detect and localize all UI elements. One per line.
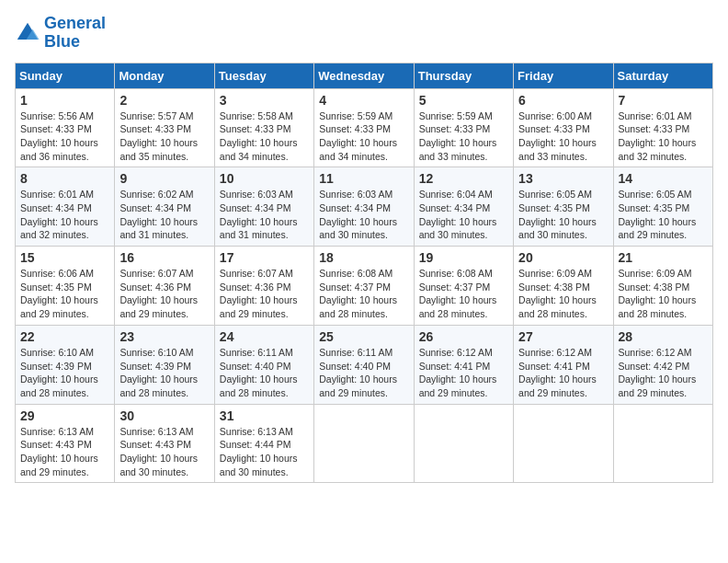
day-cell: 16 Sunrise: 6:07 AMSunset: 4:36 PMDaylig… xyxy=(115,247,214,326)
week-row-5: 29 Sunrise: 6:13 AMSunset: 4:43 PMDaylig… xyxy=(16,404,713,483)
day-info: Sunrise: 6:05 AMSunset: 4:35 PMDaylight:… xyxy=(518,188,608,242)
day-info: Sunrise: 6:11 AMSunset: 4:40 PMDaylight:… xyxy=(220,346,309,400)
day-number: 20 xyxy=(518,250,608,265)
day-cell: 26 Sunrise: 6:12 AMSunset: 4:41 PMDaylig… xyxy=(414,325,513,404)
day-cell: 5 Sunrise: 5:59 AMSunset: 4:33 PMDayligh… xyxy=(414,88,513,167)
day-info: Sunrise: 6:13 AMSunset: 4:44 PMDaylight:… xyxy=(220,425,309,479)
day-info: Sunrise: 6:12 AMSunset: 4:41 PMDaylight:… xyxy=(419,346,508,400)
day-number: 3 xyxy=(220,93,309,108)
day-number: 24 xyxy=(220,329,309,344)
day-number: 16 xyxy=(119,250,209,265)
day-info: Sunrise: 5:58 AMSunset: 4:33 PMDaylight:… xyxy=(220,109,309,164)
day-number: 11 xyxy=(319,171,408,186)
day-cell: 2 Sunrise: 5:57 AMSunset: 4:33 PMDayligh… xyxy=(115,88,214,167)
day-cell: 6 Sunrise: 6:00 AMSunset: 4:33 PMDayligh… xyxy=(514,88,613,167)
weekday-header-row: SundayMondayTuesdayWednesdayThursdayFrid… xyxy=(16,63,713,88)
weekday-tuesday: Tuesday xyxy=(214,63,313,88)
day-cell: 17 Sunrise: 6:07 AMSunset: 4:36 PMDaylig… xyxy=(214,247,313,326)
logo: General Blue xyxy=(15,15,106,52)
day-info: Sunrise: 6:00 AMSunset: 4:33 PMDaylight:… xyxy=(518,109,608,164)
day-number: 8 xyxy=(20,171,109,186)
day-number: 15 xyxy=(20,250,109,265)
day-number: 21 xyxy=(619,250,708,265)
day-number: 25 xyxy=(319,329,408,344)
day-cell: 18 Sunrise: 6:08 AMSunset: 4:37 PMDaylig… xyxy=(314,247,414,326)
week-row-4: 22 Sunrise: 6:10 AMSunset: 4:39 PMDaylig… xyxy=(16,325,713,404)
day-info: Sunrise: 6:10 AMSunset: 4:39 PMDaylight:… xyxy=(20,346,109,400)
day-info: Sunrise: 6:04 AMSunset: 4:34 PMDaylight:… xyxy=(419,188,508,242)
day-number: 22 xyxy=(20,329,109,344)
calendar-table: SundayMondayTuesdayWednesdayThursdayFrid… xyxy=(15,63,713,484)
day-info: Sunrise: 6:08 AMSunset: 4:37 PMDaylight:… xyxy=(319,267,408,321)
day-cell xyxy=(514,404,613,483)
day-cell xyxy=(613,404,712,483)
logo-text: General Blue xyxy=(44,15,106,52)
day-info: Sunrise: 6:11 AMSunset: 4:40 PMDaylight:… xyxy=(319,346,408,400)
day-cell xyxy=(314,404,414,483)
day-cell: 29 Sunrise: 6:13 AMSunset: 4:43 PMDaylig… xyxy=(16,404,115,483)
calendar-body: 1 Sunrise: 5:56 AMSunset: 4:33 PMDayligh… xyxy=(16,88,713,483)
page-header: General Blue xyxy=(15,15,713,52)
day-cell: 21 Sunrise: 6:09 AMSunset: 4:38 PMDaylig… xyxy=(613,247,712,326)
day-number: 14 xyxy=(619,171,708,186)
day-number: 17 xyxy=(220,250,309,265)
weekday-friday: Friday xyxy=(514,63,613,88)
day-cell: 27 Sunrise: 6:12 AMSunset: 4:41 PMDaylig… xyxy=(514,325,613,404)
day-cell: 8 Sunrise: 6:01 AMSunset: 4:34 PMDayligh… xyxy=(16,167,115,247)
day-cell: 1 Sunrise: 5:56 AMSunset: 4:33 PMDayligh… xyxy=(16,88,115,167)
day-number: 4 xyxy=(319,93,408,108)
day-info: Sunrise: 6:13 AMSunset: 4:43 PMDaylight:… xyxy=(20,425,109,479)
day-number: 6 xyxy=(518,93,608,108)
day-cell: 23 Sunrise: 6:10 AMSunset: 4:39 PMDaylig… xyxy=(115,325,214,404)
day-info: Sunrise: 6:03 AMSunset: 4:34 PMDaylight:… xyxy=(220,188,309,242)
day-info: Sunrise: 5:56 AMSunset: 4:33 PMDaylight:… xyxy=(20,109,109,164)
day-number: 13 xyxy=(518,171,608,186)
day-cell: 30 Sunrise: 6:13 AMSunset: 4:43 PMDaylig… xyxy=(115,404,214,483)
weekday-saturday: Saturday xyxy=(613,63,712,88)
weekday-sunday: Sunday xyxy=(16,63,115,88)
day-info: Sunrise: 6:01 AMSunset: 4:33 PMDaylight:… xyxy=(619,109,708,164)
day-info: Sunrise: 6:06 AMSunset: 4:35 PMDaylight:… xyxy=(20,267,109,321)
day-info: Sunrise: 6:07 AMSunset: 4:36 PMDaylight:… xyxy=(220,267,309,321)
day-cell: 22 Sunrise: 6:10 AMSunset: 4:39 PMDaylig… xyxy=(16,325,115,404)
day-info: Sunrise: 6:10 AMSunset: 4:39 PMDaylight:… xyxy=(119,346,209,400)
day-number: 5 xyxy=(419,93,508,108)
day-info: Sunrise: 6:12 AMSunset: 4:41 PMDaylight:… xyxy=(518,346,608,400)
day-cell: 24 Sunrise: 6:11 AMSunset: 4:40 PMDaylig… xyxy=(214,325,313,404)
day-cell: 31 Sunrise: 6:13 AMSunset: 4:44 PMDaylig… xyxy=(214,404,313,483)
day-cell: 9 Sunrise: 6:02 AMSunset: 4:34 PMDayligh… xyxy=(115,167,214,247)
day-info: Sunrise: 6:09 AMSunset: 4:38 PMDaylight:… xyxy=(619,267,708,321)
day-info: Sunrise: 5:57 AMSunset: 4:33 PMDaylight:… xyxy=(119,109,209,164)
day-number: 31 xyxy=(220,408,309,423)
day-info: Sunrise: 6:12 AMSunset: 4:42 PMDaylight:… xyxy=(619,346,708,400)
day-cell: 10 Sunrise: 6:03 AMSunset: 4:34 PMDaylig… xyxy=(214,167,313,247)
day-info: Sunrise: 6:02 AMSunset: 4:34 PMDaylight:… xyxy=(119,188,209,242)
day-number: 18 xyxy=(319,250,408,265)
day-info: Sunrise: 6:07 AMSunset: 4:36 PMDaylight:… xyxy=(119,267,209,321)
weekday-monday: Monday xyxy=(115,63,214,88)
day-cell: 7 Sunrise: 6:01 AMSunset: 4:33 PMDayligh… xyxy=(613,88,712,167)
day-info: Sunrise: 6:09 AMSunset: 4:38 PMDaylight:… xyxy=(518,267,608,321)
weekday-wednesday: Wednesday xyxy=(314,63,414,88)
day-number: 10 xyxy=(220,171,309,186)
day-number: 7 xyxy=(619,93,708,108)
day-cell: 20 Sunrise: 6:09 AMSunset: 4:38 PMDaylig… xyxy=(514,247,613,326)
day-number: 23 xyxy=(119,329,209,344)
day-cell: 19 Sunrise: 6:08 AMSunset: 4:37 PMDaylig… xyxy=(414,247,513,326)
day-number: 28 xyxy=(619,329,708,344)
day-cell: 3 Sunrise: 5:58 AMSunset: 4:33 PMDayligh… xyxy=(214,88,313,167)
day-number: 19 xyxy=(419,250,508,265)
day-number: 9 xyxy=(119,171,209,186)
day-info: Sunrise: 6:03 AMSunset: 4:34 PMDaylight:… xyxy=(319,188,408,242)
day-cell: 25 Sunrise: 6:11 AMSunset: 4:40 PMDaylig… xyxy=(314,325,414,404)
day-number: 29 xyxy=(20,408,109,423)
day-number: 30 xyxy=(119,408,209,423)
logo-icon xyxy=(15,20,40,46)
day-cell xyxy=(414,404,513,483)
week-row-3: 15 Sunrise: 6:06 AMSunset: 4:35 PMDaylig… xyxy=(16,247,713,326)
day-cell: 4 Sunrise: 5:59 AMSunset: 4:33 PMDayligh… xyxy=(314,88,414,167)
day-number: 26 xyxy=(419,329,508,344)
day-cell: 14 Sunrise: 6:05 AMSunset: 4:35 PMDaylig… xyxy=(613,167,712,247)
day-cell: 28 Sunrise: 6:12 AMSunset: 4:42 PMDaylig… xyxy=(613,325,712,404)
day-number: 1 xyxy=(20,93,109,108)
